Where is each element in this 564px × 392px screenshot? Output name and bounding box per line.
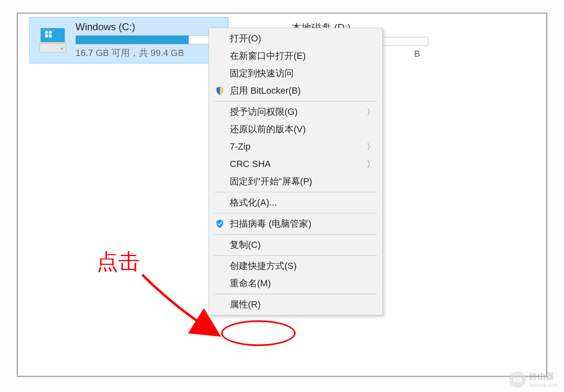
explorer-window-area: 本地磁盘 (D:) B Wi	[17, 12, 547, 377]
svg-rect-8	[49, 35, 52, 38]
svg-point-2	[61, 47, 63, 50]
menu-crc-sha[interactable]: CRC SHA 〉	[210, 155, 382, 173]
menu-7zip-label: 7-Zip	[230, 141, 250, 152]
menu-scan-virus-label: 扫描病毒 (电脑管家)	[230, 218, 311, 230]
shield-icon	[214, 85, 226, 97]
drive-c-usage-bar	[75, 35, 212, 44]
menu-separator	[214, 213, 377, 213]
menu-properties[interactable]: 属性(R)	[210, 296, 382, 313]
menu-copy[interactable]: 复制(C)	[210, 236, 382, 254]
watermark-sub: luyouqi.com	[529, 382, 558, 388]
menu-restore-previous[interactable]: 还原以前的版本(V)	[210, 121, 382, 138]
menu-format[interactable]: 格式化(A)...	[210, 194, 382, 211]
menu-grant-access[interactable]: 授予访问权限(G) 〉	[210, 103, 382, 121]
menu-restore-previous-label: 还原以前的版本(V)	[230, 123, 306, 136]
menu-create-shortcut-label: 创建快捷方式(S)	[230, 260, 297, 272]
menu-scan-virus[interactable]: 扫描病毒 (电脑管家)	[210, 215, 382, 232]
menu-create-shortcut[interactable]: 创建快捷方式(S)	[210, 257, 382, 275]
svg-rect-3	[41, 28, 65, 42]
chevron-right-icon: 〉	[367, 106, 375, 118]
menu-format-label: 格式化(A)...	[230, 196, 277, 209]
chevron-right-icon: 〉	[367, 159, 375, 170]
menu-open-label: 打开(O)	[230, 32, 261, 45]
menu-bitlocker[interactable]: 启用 BitLocker(B)	[210, 82, 382, 99]
antivirus-shield-icon	[214, 218, 226, 230]
svg-line-13	[514, 377, 515, 378]
menu-separator	[214, 192, 377, 192]
svg-rect-6	[49, 31, 52, 34]
disk-drive-icon	[38, 25, 68, 55]
menu-separator	[214, 255, 377, 256]
menu-bitlocker-label: 启用 BitLocker(B)	[230, 85, 301, 97]
menu-pin-quick-access-label: 固定到快速访问	[230, 67, 294, 80]
watermark-icon	[509, 371, 526, 388]
menu-grant-access-label: 授予访问权限(G)	[230, 106, 298, 118]
svg-rect-5	[45, 31, 48, 34]
drive-c-usage-text: 16.7 GB 可用，共 99.4 GB	[75, 47, 223, 59]
menu-open-new-window[interactable]: 在新窗口中打开(E)	[210, 47, 382, 65]
menu-properties-label: 属性(R)	[230, 298, 261, 311]
menu-open[interactable]: 打开(O)	[210, 30, 382, 47]
menu-copy-label: 复制(C)	[230, 239, 261, 251]
menu-pin-quick-access[interactable]: 固定到快速访问	[210, 65, 382, 82]
menu-crc-sha-label: CRC SHA	[230, 159, 271, 169]
context-menu: 打开(O) 在新窗口中打开(E) 固定到快速访问 启用 BitLocker(B)…	[209, 28, 383, 315]
menu-7zip[interactable]: 7-Zip 〉	[210, 138, 382, 155]
watermark: 路由器 luyouqi.com	[509, 371, 558, 388]
drive-c-usage-fill	[76, 36, 189, 44]
svg-point-11	[517, 379, 518, 380]
watermark-title: 路由器	[529, 371, 558, 382]
svg-point-12	[519, 379, 520, 380]
drive-c-label: Windows (C:)	[75, 21, 223, 33]
menu-open-new-window-label: 在新窗口中打开(E)	[230, 50, 306, 62]
menu-separator	[214, 101, 377, 102]
svg-rect-7	[45, 35, 48, 38]
annotation-highlight-ellipse	[221, 320, 296, 346]
drive-c-icon	[30, 17, 75, 63]
menu-pin-start-label: 固定到"开始"屏幕(P)	[230, 175, 312, 188]
annotation-label: 点击	[97, 247, 140, 276]
svg-line-14	[520, 377, 521, 378]
menu-separator	[214, 294, 377, 294]
drive-c-item[interactable]: Windows (C:) 16.7 GB 可用，共 99.4 GB	[29, 17, 229, 63]
svg-point-10	[515, 379, 517, 380]
menu-rename-label: 重命名(M)	[230, 277, 271, 290]
menu-rename[interactable]: 重命名(M)	[210, 275, 382, 292]
menu-pin-start[interactable]: 固定到"开始"屏幕(P)	[210, 173, 382, 190]
chevron-right-icon: 〉	[367, 141, 375, 152]
menu-separator	[214, 234, 377, 235]
